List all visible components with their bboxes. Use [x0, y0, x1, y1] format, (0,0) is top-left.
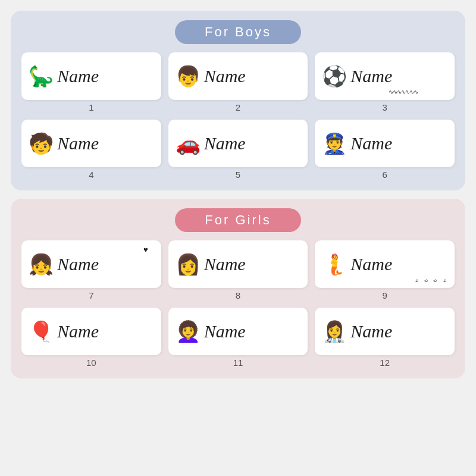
card-wrap-1: 🦕Name1 — [21, 52, 161, 112]
name-card-4[interactable]: 🧒Name — [21, 120, 161, 167]
heart-decoration-7: ♥ — [143, 245, 148, 254]
boys-section-title: For Boys — [175, 20, 301, 44]
card-wrap-7: 👧Name♥7 — [21, 240, 161, 300]
name-card-3[interactable]: ⚽Name∿∿∿∿∿∿∿ — [315, 52, 455, 100]
card-wrap-9: 🧜Name꩜ ꩜ ꩜ ꩜9 — [315, 240, 455, 300]
card-name-11: Name — [204, 321, 246, 342]
name-card-6[interactable]: 👮Name — [315, 120, 455, 167]
card-name-5: Name — [204, 133, 246, 154]
name-card-5[interactable]: 🚗Name — [168, 120, 308, 167]
card-number-4: 4 — [89, 170, 93, 180]
card-icon-7: 👧 — [29, 254, 54, 274]
card-icon-4: 🧒 — [29, 133, 54, 154]
card-number-3: 3 — [382, 102, 387, 112]
card-icon-11: 👩‍🦱 — [176, 321, 201, 342]
wavy-decoration-3: ∿∿∿∿∿∿∿ — [389, 89, 418, 95]
card-number-9: 9 — [382, 290, 387, 300]
name-card-1[interactable]: 🦕Name — [21, 52, 161, 100]
card-name-7: Name — [57, 254, 99, 274]
boys-grid: 🦕Name1👦Name2⚽Name∿∿∿∿∿∿∿3🧒Name4🚗Name5👮Na… — [21, 52, 455, 180]
card-wrap-10: 🎈Name10 — [21, 308, 161, 368]
card-wrap-11: 👩‍🦱Name11 — [168, 308, 308, 368]
name-card-10[interactable]: 🎈Name — [21, 308, 161, 355]
card-icon-12: 👩‍⚕️ — [322, 321, 347, 342]
name-card-2[interactable]: 👦Name — [168, 52, 308, 100]
card-icon-6: 👮 — [322, 133, 347, 154]
name-card-12[interactable]: 👩‍⚕️Name — [315, 308, 455, 355]
card-number-12: 12 — [380, 358, 390, 368]
card-wrap-8: 👩Name8 — [168, 240, 308, 300]
card-name-4: Name — [57, 133, 99, 154]
card-wrap-3: ⚽Name∿∿∿∿∿∿∿3 — [315, 52, 455, 112]
card-icon-9: 🧜 — [322, 254, 347, 274]
card-icon-3: ⚽ — [322, 66, 347, 86]
name-card-8[interactable]: 👩Name — [168, 240, 308, 288]
name-card-7[interactable]: 👧Name♥ — [21, 240, 161, 288]
card-name-3: Name — [350, 66, 392, 86]
card-icon-5: 🚗 — [176, 133, 201, 154]
girls-section: For Girls 👧Name♥7👩Name8🧜Name꩜ ꩜ ꩜ ꩜9🎈Nam… — [11, 199, 465, 378]
girls-grid: 👧Name♥7👩Name8🧜Name꩜ ꩜ ꩜ ꩜9🎈Name10👩‍🦱Name… — [21, 240, 455, 368]
card-wrap-5: 🚗Name5 — [168, 120, 308, 180]
card-name-9: Name — [350, 254, 392, 274]
card-number-1: 1 — [89, 102, 93, 112]
card-number-6: 6 — [382, 170, 387, 180]
card-icon-2: 👦 — [176, 66, 201, 86]
card-number-7: 7 — [89, 290, 93, 300]
card-wrap-2: 👦Name2 — [168, 52, 308, 112]
card-name-1: Name — [57, 66, 99, 86]
card-icon-10: 🎈 — [29, 321, 54, 342]
card-wrap-4: 🧒Name4 — [21, 120, 161, 180]
card-number-10: 10 — [86, 358, 96, 368]
name-card-11[interactable]: 👩‍🦱Name — [168, 308, 308, 355]
grass-decoration-9: ꩜ ꩜ ꩜ ꩜ — [414, 278, 449, 284]
name-card-9[interactable]: 🧜Name꩜ ꩜ ꩜ ꩜ — [315, 240, 455, 288]
card-number-8: 8 — [236, 290, 240, 300]
card-name-2: Name — [204, 66, 246, 86]
card-number-5: 5 — [236, 170, 240, 180]
card-wrap-6: 👮Name6 — [315, 120, 455, 180]
card-number-2: 2 — [236, 102, 240, 112]
card-icon-1: 🦕 — [29, 66, 54, 86]
card-name-6: Name — [350, 133, 392, 154]
card-icon-8: 👩 — [176, 254, 201, 274]
card-name-12: Name — [350, 321, 392, 342]
card-number-11: 11 — [233, 358, 243, 368]
card-name-10: Name — [57, 321, 99, 342]
card-name-8: Name — [204, 254, 246, 274]
girls-section-title: For Girls — [175, 208, 300, 232]
boys-section: For Boys 🦕Name1👦Name2⚽Name∿∿∿∿∿∿∿3🧒Name4… — [11, 11, 465, 190]
card-wrap-12: 👩‍⚕️Name12 — [315, 308, 455, 368]
